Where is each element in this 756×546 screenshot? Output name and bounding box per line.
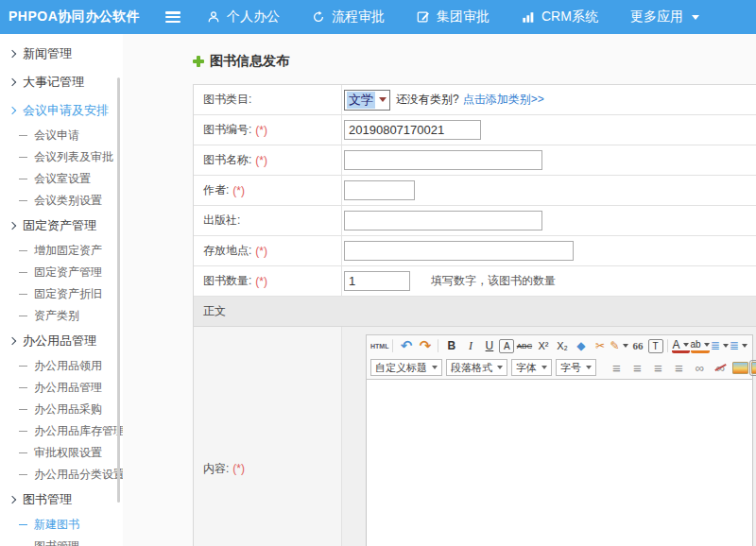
- superscript-icon[interactable]: X²: [534, 337, 552, 354]
- menu-icon[interactable]: [165, 11, 180, 23]
- nav-more-apps[interactable]: 更多应用: [630, 9, 699, 26]
- dash-icon: [19, 474, 27, 476]
- nav-group-approval[interactable]: 集团审批: [417, 9, 490, 26]
- align-center-icon[interactable]: ≡: [628, 359, 646, 376]
- format-painter-icon[interactable]: ✎: [610, 337, 627, 354]
- user-icon: [207, 10, 220, 24]
- sidebar-item[interactable]: 图书管理: [0, 486, 123, 514]
- insert-table-icon[interactable]: T: [648, 339, 663, 353]
- nav-label: CRM系统: [541, 9, 598, 26]
- sidebar-item[interactable]: 会议申请及安排: [0, 96, 123, 125]
- align-left-icon[interactable]: ≡: [608, 359, 626, 376]
- location-input[interactable]: [344, 241, 574, 261]
- toolbar-separator: [438, 339, 438, 352]
- align-justify-icon[interactable]: ≡: [670, 359, 688, 376]
- sidebar-item[interactable]: 审批权限设置: [0, 442, 123, 464]
- dash-icon: [19, 387, 27, 389]
- sidebar-item-label: 办公用品管理: [34, 380, 102, 396]
- sidebar-item[interactable]: 会议申请: [0, 125, 123, 146]
- field-label: 图书编号:: [203, 122, 251, 138]
- book-no-input[interactable]: [344, 120, 481, 140]
- editor-content-area[interactable]: [367, 379, 752, 546]
- sidebar-item-label: 办公用品采购: [34, 401, 102, 418]
- dash-icon: [19, 431, 27, 433]
- underline-icon[interactable]: U: [480, 337, 498, 354]
- book-name-input[interactable]: [344, 150, 542, 170]
- clear-format-icon[interactable]: ✂: [591, 337, 609, 354]
- top-navigation-bar: PHPOA协同办公软件 个人办公 流程审批 集团审批: [0, 0, 756, 34]
- required-marker: (*): [255, 154, 267, 167]
- sidebar-item[interactable]: 办公用品管理: [0, 327, 123, 355]
- sidebar-item[interactable]: 会议室设置: [0, 168, 123, 190]
- eraser-icon[interactable]: ◆: [572, 337, 590, 354]
- align-right-icon[interactable]: ≡: [649, 359, 667, 376]
- redo-icon[interactable]: ↷: [416, 337, 434, 354]
- form-row-category: 图书类目: 文学 还没有类别? 点击添加类别>>: [194, 85, 756, 115]
- caret-down-icon: [497, 366, 503, 369]
- sidebar-item[interactable]: 办公用品库存管理: [0, 420, 123, 442]
- sidebar-item-label: 会议申请: [34, 128, 79, 144]
- add-category-link[interactable]: 点击添加类别>>: [463, 92, 544, 108]
- font-family-select[interactable]: 字体: [511, 359, 552, 376]
- author-input[interactable]: [344, 180, 415, 200]
- font-color-icon[interactable]: A: [672, 339, 690, 353]
- sidebar-item-label: 资产类别: [34, 308, 79, 324]
- dash-icon: [19, 366, 27, 367]
- html-source-icon[interactable]: HTML: [370, 337, 388, 354]
- highlight-color-icon[interactable]: ab: [691, 339, 710, 353]
- strikethrough-icon[interactable]: ABC: [515, 337, 533, 354]
- nav-workflow-approval[interactable]: 流程审批: [312, 9, 385, 26]
- required-marker: (*): [255, 124, 267, 137]
- publisher-input[interactable]: [344, 211, 542, 230]
- sidebar-item[interactable]: 固定资产折旧: [0, 283, 123, 305]
- sidebar-item[interactable]: 新建图书: [0, 514, 123, 536]
- edit-square-icon: [417, 10, 430, 24]
- caret-down-icon: [692, 15, 699, 20]
- quantity-input[interactable]: [344, 271, 410, 291]
- sidebar-scrollbar[interactable]: [117, 77, 120, 503]
- dash-icon: [19, 316, 27, 317]
- insert-image-icon[interactable]: [751, 362, 756, 374]
- sidebar-item[interactable]: 会议类别设置: [0, 190, 123, 212]
- heading-select[interactable]: 自定义标题: [370, 359, 442, 376]
- selected-option: 文学: [347, 92, 375, 109]
- undo-icon[interactable]: ↶: [397, 337, 415, 354]
- sidebar-item-label: 大事记管理: [23, 74, 84, 91]
- ordered-list-icon[interactable]: ≣: [711, 337, 729, 354]
- sidebar-item[interactable]: 大事记管理: [0, 68, 123, 96]
- sidebar-item[interactable]: 办公用品采购: [0, 399, 123, 420]
- nav-crm-system[interactable]: CRM系统: [522, 9, 598, 26]
- sidebar-item[interactable]: 会议列表及审批: [0, 146, 123, 168]
- quantity-hint: 填写数字，该图书的数量: [431, 273, 556, 289]
- unlink-icon[interactable]: ∞: [712, 359, 730, 376]
- sidebar-item[interactable]: 办公用品分类设置: [0, 464, 123, 486]
- blockquote-icon[interactable]: 66: [629, 337, 647, 354]
- sidebar-item-label: 办公用品分类设置: [34, 467, 123, 483]
- nav-label: 个人办公: [227, 9, 280, 26]
- paragraph-format-select[interactable]: 段落格式: [446, 359, 507, 376]
- sidebar-item[interactable]: 办公用品领用: [0, 355, 123, 377]
- sidebar-item[interactable]: 增加固定资产: [0, 240, 123, 262]
- italic-icon[interactable]: I: [461, 337, 479, 354]
- nav-personal-office[interactable]: 个人办公: [207, 9, 280, 26]
- sidebar-item-label: 会议室设置: [34, 171, 91, 187]
- sidebar-item[interactable]: 固定资产管理: [0, 212, 123, 240]
- bold-icon[interactable]: B: [442, 337, 460, 354]
- sidebar-item[interactable]: 图书管理: [0, 536, 123, 546]
- chevron-right-icon: [9, 337, 16, 345]
- font-size-select[interactable]: 字号: [556, 359, 596, 376]
- link-icon[interactable]: ∞: [691, 359, 709, 376]
- rich-text-editor: HTML ↶ ↷ B I: [366, 334, 753, 546]
- sidebar-item-label: 固定资产折旧: [34, 286, 102, 302]
- subscript-icon[interactable]: X₂: [553, 337, 571, 354]
- sidebar-item[interactable]: 固定资产管理: [0, 262, 123, 283]
- book-category-select[interactable]: 文学: [344, 90, 390, 111]
- add-icon: [193, 56, 204, 67]
- sidebar-item[interactable]: 新闻管理: [0, 40, 123, 68]
- dash-icon: [19, 524, 27, 526]
- unordered-list-icon[interactable]: ≣: [730, 337, 747, 354]
- sidebar-item[interactable]: 资产类别: [0, 305, 123, 327]
- sidebar-item[interactable]: 办公用品管理: [0, 377, 123, 399]
- image-icon[interactable]: [732, 362, 748, 374]
- char-border-icon[interactable]: A: [499, 339, 514, 353]
